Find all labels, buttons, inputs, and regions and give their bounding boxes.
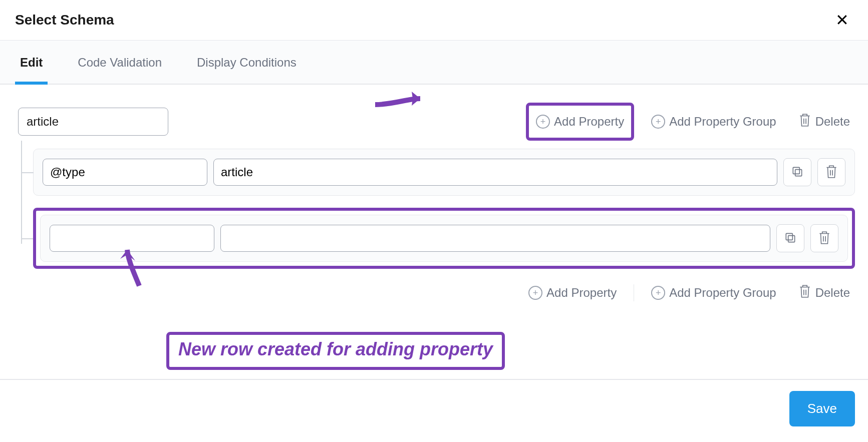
add-property-label: Add Property (554, 115, 624, 129)
trash-icon (818, 230, 831, 247)
svg-rect-3 (786, 233, 792, 240)
modal-title: Select Schema (15, 12, 114, 28)
annotation-arrow-bottom (115, 241, 160, 291)
delete-button[interactable]: Delete (793, 107, 855, 137)
close-icon: ✕ (835, 11, 849, 29)
copy-icon (791, 165, 804, 180)
property-value-input[interactable] (213, 159, 777, 186)
property-value-input[interactable] (220, 225, 770, 252)
annotation-text: New row created for adding property (178, 339, 493, 359)
annotation-new-row-box: New row created for adding property (166, 332, 505, 370)
copy-row-button[interactable] (783, 158, 811, 186)
property-row (40, 215, 848, 262)
save-button[interactable]: Save (789, 391, 855, 426)
delete-row-button[interactable] (810, 224, 838, 252)
add-property-group-button[interactable]: + Add Property Group (646, 109, 781, 135)
copy-icon (784, 231, 797, 246)
plus-icon: + (651, 115, 665, 129)
annotation-arrow-top (373, 84, 433, 114)
tab-code-validation[interactable]: Code Validation (73, 42, 167, 85)
svg-rect-0 (795, 169, 802, 176)
tab-display-conditions[interactable]: Display Conditions (192, 42, 302, 85)
tab-edit[interactable]: Edit (15, 42, 48, 85)
add-property-group-label: Add Property Group (669, 286, 776, 300)
trash-icon (825, 164, 838, 181)
property-key-input[interactable] (43, 159, 207, 186)
plus-icon: + (528, 286, 542, 300)
plus-icon: + (651, 286, 665, 300)
plus-icon: + (536, 115, 550, 129)
delete-button-lower[interactable]: Delete (793, 278, 855, 308)
delete-row-button[interactable] (817, 158, 845, 186)
property-row (33, 149, 855, 196)
tree-line (21, 141, 22, 244)
copy-row-button[interactable] (776, 224, 804, 252)
trash-icon (798, 284, 811, 302)
delete-label: Delete (815, 115, 850, 129)
highlighted-add-property: + Add Property (526, 103, 634, 141)
vertical-divider (634, 284, 634, 301)
add-property-group-label: Add Property Group (669, 115, 776, 129)
add-property-label: Add Property (546, 286, 617, 300)
close-button[interactable]: ✕ (831, 10, 853, 30)
trash-icon (798, 113, 811, 131)
schema-root-input[interactable] (18, 108, 168, 136)
delete-label: Delete (815, 286, 850, 300)
add-property-button-lower[interactable]: + Add Property (523, 278, 622, 308)
add-property-group-button-lower[interactable]: + Add Property Group (646, 278, 781, 308)
svg-rect-1 (793, 167, 799, 174)
add-property-button[interactable]: + Add Property (531, 109, 629, 135)
svg-rect-2 (788, 235, 795, 242)
